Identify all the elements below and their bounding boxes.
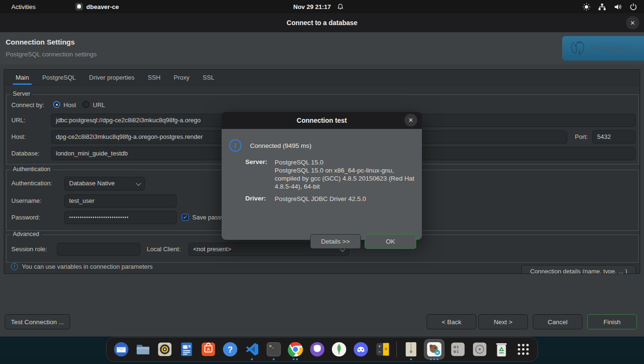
- svg-text:?: ?: [227, 345, 233, 355]
- tab-postgresql[interactable]: PostgreSQL: [36, 70, 82, 85]
- finish-button[interactable]: Finish: [587, 314, 637, 329]
- dialog-titlebar[interactable]: Connection test ✕: [222, 112, 422, 129]
- advanced-group-legend: Advanced: [10, 231, 42, 237]
- chrome-icon[interactable]: [286, 339, 304, 360]
- password-input[interactable]: ••••••••••••••••••••••••••••: [64, 211, 177, 224]
- svg-text:−: −: [378, 349, 381, 355]
- dock-separator: [396, 342, 397, 357]
- url-radio-label[interactable]: URL: [93, 101, 105, 109]
- port-input[interactable]: 5432: [592, 130, 635, 144]
- thunderbird-icon[interactable]: [112, 339, 130, 360]
- username-label: Username:: [11, 197, 42, 204]
- window-close-button[interactable]: ✕: [626, 16, 639, 29]
- next-button[interactable]: Next >: [478, 314, 528, 329]
- disks-icon[interactable]: [471, 339, 488, 360]
- writer-icon[interactable]: [178, 339, 195, 360]
- server-group-legend: Server: [10, 91, 33, 97]
- local-client-value: <not present>: [193, 246, 231, 253]
- postgres-elephant-icon: [570, 40, 586, 57]
- session-role-label: Session role:: [11, 246, 47, 253]
- network-icon[interactable]: [598, 3, 606, 11]
- github-icon[interactable]: [308, 339, 326, 360]
- postgresql-logo-text: PostgreSQL: [590, 44, 637, 54]
- host-radio-label[interactable]: Host: [63, 101, 76, 109]
- session-role-input[interactable]: [57, 243, 140, 256]
- rhythmbox-icon[interactable]: [156, 339, 173, 360]
- window-titlebar[interactable]: Connect to a database ✕: [0, 13, 644, 32]
- postgresql-logo: PostgreSQL: [562, 36, 644, 61]
- window-title: Connect to a database: [0, 13, 644, 32]
- svg-text:=: =: [385, 346, 387, 352]
- auth-method-select[interactable]: Database Native: [64, 177, 145, 191]
- desktop: Activities dbeaver-ce Nov 29 21:17 Conne…: [0, 0, 644, 364]
- host-label: Host:: [11, 133, 26, 140]
- app-grid-icon[interactable]: [514, 339, 532, 360]
- save-password-checkbox[interactable]: ✓: [182, 214, 189, 221]
- details-button[interactable]: Details >>: [310, 234, 361, 249]
- app-menu[interactable]: dbeaver-ce: [75, 3, 119, 10]
- tab-bar: Main PostgreSQL Driver properties SSH Pr…: [4, 70, 640, 85]
- tab-ssh[interactable]: SSH: [141, 70, 167, 85]
- system-top-bar: Activities dbeaver-ce Nov 29 21:17: [0, 0, 644, 13]
- local-client-label: Local Client:: [147, 246, 181, 253]
- ubuntu-software-icon[interactable]: A: [199, 339, 217, 360]
- mongodb-compass-icon[interactable]: [330, 339, 348, 360]
- tab-driver-properties[interactable]: Driver properties: [82, 70, 141, 85]
- page-subtitle: PostgreSQL connection settings: [6, 51, 97, 58]
- clock-menu[interactable]: Nov 29 21:17: [293, 3, 344, 10]
- port-label: Port:: [575, 133, 588, 140]
- dialog-title: Connection test: [297, 117, 347, 124]
- connected-message: Connected (9495 ms): [250, 142, 312, 149]
- dialog-body: i Connected (9495 ms) Server: PostgreSQL…: [222, 129, 422, 240]
- test-connection-button[interactable]: Test Connection ...: [5, 314, 70, 329]
- tab-proxy[interactable]: Proxy: [167, 70, 196, 85]
- tab-main[interactable]: Main: [9, 70, 36, 85]
- url-radio[interactable]: [82, 101, 89, 108]
- username-input[interactable]: test_user: [64, 194, 177, 208]
- files-icon[interactable]: [134, 339, 152, 360]
- ok-button[interactable]: OK: [365, 234, 416, 249]
- dialog-close-button[interactable]: ✕: [404, 114, 417, 127]
- password-label: Password:: [11, 214, 40, 221]
- activities-button[interactable]: Activities: [9, 2, 38, 11]
- auth-method-value: Database Native: [69, 180, 115, 187]
- trash-icon[interactable]: [492, 339, 510, 360]
- brightness-icon[interactable]: [582, 3, 590, 11]
- auth-method-label: Authentication:: [11, 180, 52, 187]
- power-icon[interactable]: [629, 3, 637, 11]
- server-result-label: Server:: [245, 158, 274, 165]
- host-radio[interactable]: [53, 101, 60, 108]
- driver-result-value: PostgreSQL JDBC Driver 42.5.0: [275, 195, 418, 203]
- info-icon: i: [229, 139, 242, 152]
- connection-test-dialog: Connection test ✕ i Connected (9495 ms) …: [222, 112, 422, 240]
- cancel-button[interactable]: Cancel: [533, 314, 582, 329]
- volume-icon[interactable]: [614, 3, 622, 11]
- connection-details-button[interactable]: Connection details (name, type, ... ): [521, 265, 636, 274]
- preferences-icon[interactable]: [449, 339, 466, 360]
- tab-ssl[interactable]: SSL: [196, 70, 221, 85]
- dbeaver-appmenu-icon: [75, 3, 83, 10]
- dbeaver-icon[interactable]: [424, 339, 445, 360]
- page-title: Connection Settings: [6, 38, 75, 46]
- connect-by-label: Connect by:: [11, 101, 44, 109]
- help-icon[interactable]: ?: [221, 339, 239, 360]
- bell-icon: [337, 3, 344, 10]
- vscode-icon[interactable]: [243, 339, 260, 360]
- chevron-down-icon: [136, 181, 141, 186]
- clock-label: Nov 29 21:17: [293, 3, 331, 10]
- archive-manager-icon[interactable]: [402, 339, 420, 360]
- driver-result-label: Driver:: [245, 195, 274, 202]
- terminal-icon[interactable]: >_: [265, 339, 282, 360]
- back-button[interactable]: < Back: [427, 314, 476, 329]
- url-label: URL:: [11, 117, 26, 124]
- system-tray[interactable]: [582, 3, 637, 11]
- svg-text:>_: >_: [269, 344, 274, 348]
- database-label: Database:: [11, 150, 39, 157]
- calculator-icon[interactable]: +−=: [374, 339, 391, 360]
- server-result-value: PostgreSQL 15.0 PostgreSQL 15.0 on x86_6…: [275, 158, 418, 191]
- info-icon: i: [11, 263, 18, 270]
- svg-text:+: +: [378, 344, 381, 349]
- variables-hint-text: You can use variables in connection para…: [22, 263, 152, 270]
- dock: A ? >_ +−=: [106, 337, 538, 362]
- discord-icon[interactable]: [352, 339, 369, 360]
